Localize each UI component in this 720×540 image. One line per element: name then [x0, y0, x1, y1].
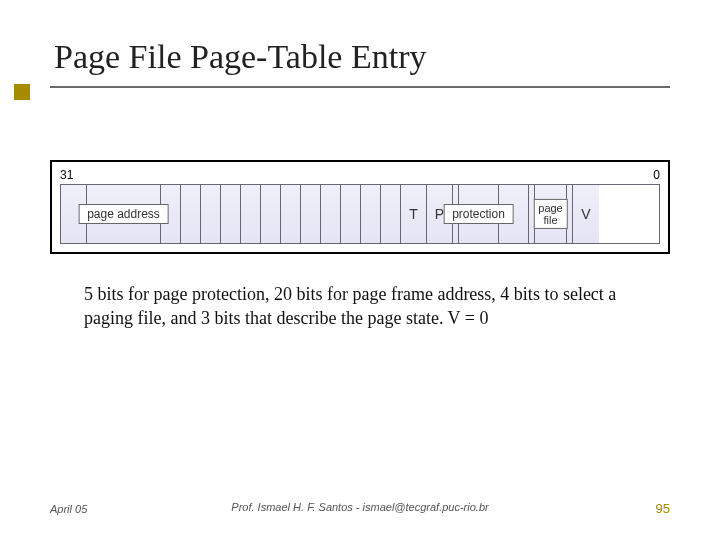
footer-author: Prof. Ismael H. F. Santos - ismael@tecgr… [231, 501, 488, 513]
bit-cell [341, 185, 361, 243]
bit-cell [201, 185, 221, 243]
accent-square [14, 84, 30, 100]
footer: April 05 Prof. Ismael H. F. Santos - ism… [50, 501, 670, 516]
bit-cell [301, 185, 321, 243]
t-field: T [401, 185, 427, 243]
footer-date: April 05 [50, 503, 87, 515]
bit-cell [321, 185, 341, 243]
bit-high-label: 31 [60, 168, 73, 182]
bit-cell [281, 185, 301, 243]
slide: Page File Page-Table Entry 31 0 page add… [0, 0, 720, 540]
bit-cell [361, 185, 381, 243]
description-text: 5 bits for page protection, 20 bits for … [50, 282, 670, 331]
page-address-label: page address [78, 204, 169, 224]
v-label: V [581, 206, 590, 222]
page-address-field: page address [87, 185, 161, 243]
protection-field: protection [459, 185, 499, 243]
pte-diagram: 31 0 page address T P [50, 160, 670, 254]
bit-cell [181, 185, 201, 243]
t-label: T [409, 206, 418, 222]
page-title: Page File Page-Table Entry [50, 38, 670, 76]
bit-cell [381, 185, 401, 243]
bit-low-label: 0 [653, 168, 660, 182]
v-field: V [573, 185, 599, 243]
bit-cell [261, 185, 281, 243]
bit-range-labels: 31 0 [60, 168, 660, 182]
bit-cell [241, 185, 261, 243]
page-file-field: pagefile [535, 185, 567, 243]
page-file-label: pagefile [533, 199, 567, 229]
protection-label: protection [443, 204, 514, 224]
bit-cell [221, 185, 241, 243]
footer-page-number: 95 [656, 501, 670, 516]
bit-row: page address T P protection [60, 184, 660, 244]
title-underline [50, 86, 670, 88]
